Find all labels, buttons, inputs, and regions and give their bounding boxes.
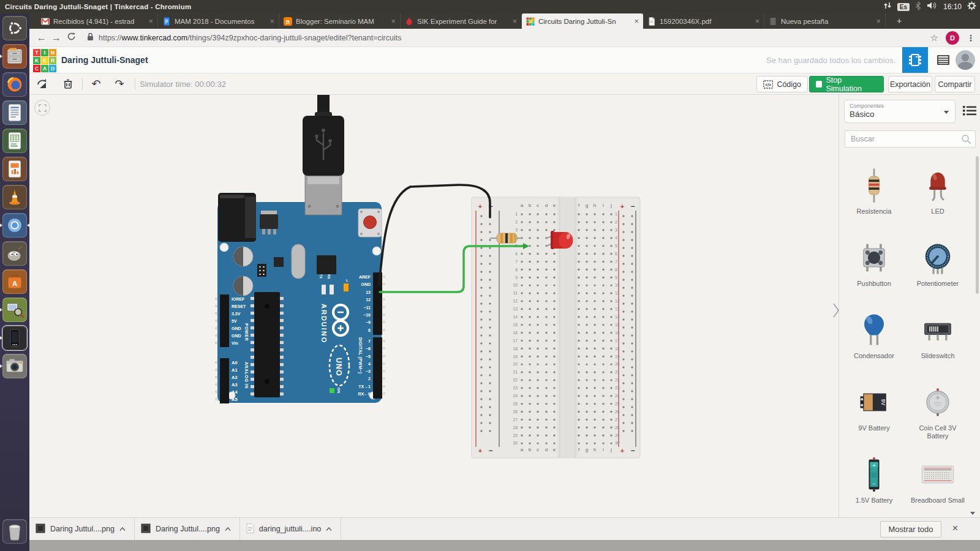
export-button[interactable]: Exportación: [888, 76, 932, 92]
usb-cable[interactable]: [303, 95, 344, 176]
circuit-canvas[interactable]: 1122334455667788991010111112121313141415…: [29, 95, 839, 517]
svg-text:10: 10: [513, 283, 518, 287]
network-arrows-icon[interactable]: [883, 1, 892, 12]
reset-button[interactable]: [358, 209, 382, 237]
tinkercad-logo[interactable]: TINKERCAD: [33, 49, 56, 72]
tab-close-icon[interactable]: ×: [872, 17, 881, 26]
stop-simulation-button[interactable]: Stop Simulation: [809, 76, 884, 92]
component-item-breadboard[interactable]: Breadboard Small: [906, 452, 970, 525]
tab-close-icon[interactable]: ×: [630, 17, 639, 26]
scroll-down-icon[interactable]: [970, 512, 975, 515]
lock-icon[interactable]: [87, 32, 94, 43]
browser-tab[interactable]: SIK Experiment Guide for×: [401, 13, 522, 29]
rotate-button[interactable]: [36, 77, 49, 91]
circuit-view-button[interactable]: [902, 47, 928, 73]
sidebar-scrollbar[interactable]: [976, 156, 979, 294]
crystal: [292, 244, 305, 279]
download-item[interactable]: Daring Juttul....png: [135, 518, 240, 540]
launcher-item-ubuntu-software[interactable]: A: [2, 269, 27, 294]
svg-text:12: 12: [615, 299, 620, 303]
volume-icon[interactable]: [927, 1, 938, 12]
browser-profile-avatar[interactable]: D: [946, 31, 959, 45]
chevron-up-icon[interactable]: [225, 527, 231, 531]
launcher-item-firefox[interactable]: [2, 72, 27, 97]
bluetooth-icon[interactable]: [915, 1, 921, 13]
component-label: Breadboard Small: [906, 497, 970, 504]
browser-tab[interactable]: Nueva pestaña×: [764, 13, 886, 29]
browser-tab[interactable]: 159200346X.pdf×: [643, 13, 764, 29]
launcher-item-screenshot-tool[interactable]: [2, 298, 27, 322]
user-avatar[interactable]: [956, 50, 975, 70]
browser-menu-icon[interactable]: ⋮: [967, 33, 975, 43]
component-item-slideswitch[interactable]: Slideswitch: [906, 308, 970, 380]
list-view-button[interactable]: [934, 51, 952, 69]
launcher-item-files[interactable]: [2, 44, 27, 69]
tab-close-icon[interactable]: ×: [508, 17, 517, 26]
svg-text:23: 23: [615, 386, 620, 390]
browser-tab[interactable]: BBlogger: Seminario MAM×: [279, 13, 401, 29]
back-button[interactable]: ←: [34, 32, 49, 43]
launcher-item-libreoffice-impress[interactable]: [2, 157, 27, 181]
arduino-uno[interactable]: POWERANALOG INDIGITAL (PWM~)ARDUINOUNOTX…: [215, 174, 385, 403]
launcher-item-trash[interactable]: [2, 519, 27, 544]
chevron-up-icon[interactable]: [119, 527, 126, 531]
svg-text:15: 15: [615, 323, 620, 327]
component-item-pushbutton[interactable]: Pushbutton: [842, 236, 906, 308]
text-file-icon: [246, 523, 254, 535]
download-item[interactable]: Daring Juttul....png: [29, 518, 135, 540]
bookmark-star-icon[interactable]: ☆: [930, 32, 938, 43]
download-item[interactable]: daring_juttuli....ino: [240, 518, 341, 540]
url-text[interactable]: https://www.tinkercad.com/things/394z9zp…: [99, 34, 401, 42]
search-input[interactable]: [845, 131, 975, 147]
component-item-battery9v[interactable]: 9V Battery: [842, 380, 906, 452]
svg-text:i: i: [603, 203, 604, 208]
clock[interactable]: 16:10: [943, 2, 962, 11]
undo-button[interactable]: ↶: [89, 77, 103, 91]
share-button[interactable]: Compartir: [935, 76, 975, 92]
svg-text:A: A: [12, 280, 17, 287]
downloads-close-icon[interactable]: ×: [952, 523, 958, 534]
camera-icon: [3, 354, 26, 378]
launcher-item-libreoffice-calc[interactable]: [2, 129, 27, 153]
component-item-resistor[interactable]: Resistencia: [842, 163, 906, 236]
design-title[interactable]: Daring Juttuli-Snaget: [61, 55, 148, 65]
session-gear-icon[interactable]: [967, 1, 976, 13]
download-label: Daring Juttul....png: [156, 525, 220, 533]
launcher-item-libreoffice-writer[interactable]: [2, 100, 27, 125]
list-mode-button[interactable]: [963, 105, 976, 117]
component-label: Resistencia: [842, 208, 906, 216]
component-item-potentiometer[interactable]: Potentiometer: [906, 236, 970, 308]
running-indicator: [0, 308, 2, 312]
potentiometer-icon: [918, 238, 957, 277]
launcher-item-camera[interactable]: [2, 354, 27, 378]
tab-close-icon[interactable]: ×: [266, 17, 274, 26]
tab-close-icon[interactable]: ×: [387, 17, 396, 26]
zoom-to-fit-button[interactable]: [34, 100, 50, 116]
component-item-capacitor[interactable]: Condensador: [842, 308, 906, 380]
redo-button[interactable]: ↷: [113, 77, 126, 91]
component-item-battery15v[interactable]: 1.5V Battery: [842, 452, 906, 525]
launcher-item-phone[interactable]: [2, 326, 27, 350]
delete-button[interactable]: [61, 77, 75, 91]
new-tab-button[interactable]: +: [891, 17, 908, 26]
tab-close-icon[interactable]: ×: [145, 17, 153, 26]
svg-text:10: 10: [615, 283, 620, 287]
reload-button[interactable]: [64, 32, 78, 43]
component-item-coincell[interactable]: Coin Cell 3V Battery: [906, 380, 970, 452]
forward-button[interactable]: →: [49, 32, 64, 43]
keyboard-layout-badge[interactable]: Es: [897, 3, 910, 11]
tab-close-icon[interactable]: ×: [751, 17, 760, 26]
components-category-dropdown[interactable]: Componentes Básico: [844, 100, 956, 123]
collapse-panel-chevron[interactable]: [831, 302, 841, 319]
browser-tab[interactable]: MAM 2018 - Documentos×: [158, 13, 279, 29]
show-all-downloads-button[interactable]: Mostrar todo: [880, 521, 941, 538]
chevron-up-icon[interactable]: [326, 527, 332, 531]
browser-tab-active[interactable]: Circuits Daring Juttuli-Sn×: [522, 13, 643, 29]
browser-tab[interactable]: Recibidos (4.941) - estrad×: [37, 13, 158, 29]
launcher-item-vlc[interactable]: [2, 185, 27, 209]
launcher-item-ubuntu-dash[interactable]: [2, 16, 27, 40]
code-button[interactable]: </> Código: [756, 76, 808, 92]
component-item-led[interactable]: LED: [906, 163, 970, 236]
launcher-item-chromium[interactable]: [2, 213, 27, 238]
launcher-item-gimp[interactable]: [2, 241, 27, 266]
